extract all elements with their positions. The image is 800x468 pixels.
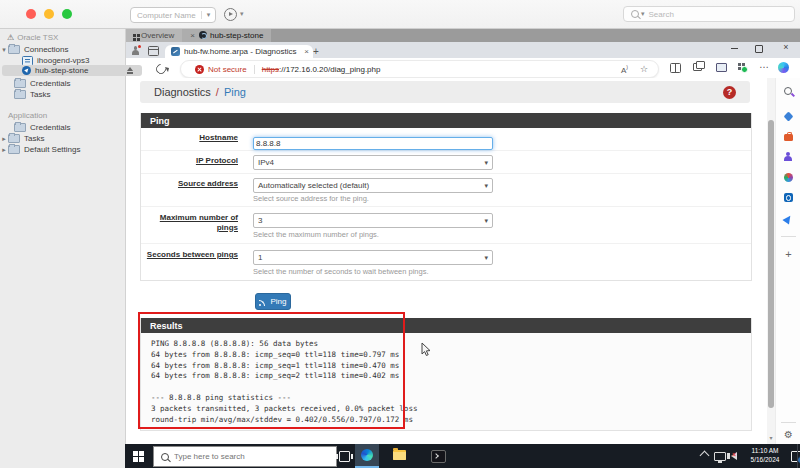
window-close-button[interactable]: × bbox=[779, 42, 793, 52]
output-line: 64 bytes from 8.8.8.8: icmp_seq=1 ttl=11… bbox=[151, 361, 751, 372]
sidebar-outlook-icon[interactable] bbox=[783, 192, 794, 203]
tray-show-hidden-icon[interactable] bbox=[700, 451, 710, 461]
close-icon[interactable]: × bbox=[190, 31, 195, 40]
source-address-select[interactable]: Automatically selected (default) ▾ bbox=[253, 178, 493, 193]
chevron-down-icon: ▾ bbox=[484, 217, 492, 225]
browser-profile-icon[interactable] bbox=[131, 46, 140, 55]
tree-item-label: ihoogend-vps3 bbox=[37, 56, 89, 65]
split-screen-icon[interactable] bbox=[670, 63, 681, 73]
results-title: Results bbox=[141, 318, 751, 333]
folder-icon bbox=[14, 90, 26, 99]
read-aloud-icon[interactable]: A) bbox=[621, 64, 628, 75]
taskbar-search-box[interactable] bbox=[153, 446, 337, 467]
tab-hub-step-stone[interactable]: × hub-step-stone bbox=[182, 28, 271, 42]
tab-actions-icon[interactable] bbox=[148, 46, 159, 56]
search-icon bbox=[161, 453, 169, 461]
workspaces-icon[interactable] bbox=[716, 63, 727, 72]
file-explorer-icon[interactable] bbox=[393, 450, 406, 460]
sidebar-tools-icon[interactable] bbox=[783, 131, 794, 142]
window-maximize-button[interactable] bbox=[755, 45, 763, 53]
window-minimize-light[interactable] bbox=[44, 9, 54, 19]
ping-button-label: Ping bbox=[270, 297, 286, 306]
tree-item-app-tasks[interactable]: ▸ Tasks bbox=[0, 133, 125, 144]
new-tab-button[interactable]: + bbox=[313, 46, 319, 57]
address-bar[interactable]: Not secure https ://172.16.0.20/diag_pin… bbox=[180, 60, 659, 78]
form-row-hostname: Hostname bbox=[141, 128, 751, 151]
tree-item-credentials[interactable]: Credentials bbox=[0, 78, 139, 89]
security-label[interactable]: Not secure bbox=[208, 65, 247, 74]
taskbar-search-input[interactable] bbox=[172, 451, 306, 462]
computer-name-dropdown[interactable]: Computer Name ▾ bbox=[130, 7, 216, 23]
sidebar-search-icon[interactable] bbox=[783, 86, 794, 97]
chevron-right-icon[interactable]: ▸ bbox=[0, 135, 8, 143]
sidebar-games-icon[interactable] bbox=[783, 172, 794, 183]
output-line: 64 bytes from 8.8.8.8: icmp_seq=0 ttl=11… bbox=[151, 350, 751, 361]
close-icon[interactable]: × bbox=[304, 47, 309, 56]
divider bbox=[781, 422, 796, 423]
taskbar-edge-app[interactable] bbox=[355, 444, 379, 468]
collections-icon[interactable] bbox=[693, 63, 702, 71]
chevron-down-icon[interactable]: ▾ bbox=[0, 46, 8, 54]
browser-tab-active[interactable]: hub-fw.home.arpa - Diagnostics × bbox=[165, 45, 313, 58]
seconds-between-select[interactable]: 1 ▾ bbox=[253, 250, 493, 265]
sidebar-settings-gear-icon[interactable]: ⚙ bbox=[783, 429, 794, 440]
favorite-star-icon[interactable]: ☆ bbox=[640, 64, 648, 74]
command-prompt-icon[interactable] bbox=[431, 450, 446, 463]
start-button[interactable] bbox=[133, 451, 138, 456]
sidebar-m365-icon[interactable] bbox=[783, 151, 794, 162]
web-connection-icon bbox=[22, 66, 31, 75]
task-view-icon[interactable] bbox=[339, 451, 350, 462]
tab-title: hub-fw.home.arpa - Diagnostics bbox=[184, 47, 301, 56]
remote-connection-icon bbox=[22, 56, 33, 66]
extensions-icon[interactable] bbox=[738, 63, 746, 71]
help-button[interactable]: ? bbox=[723, 86, 736, 99]
not-secure-icon[interactable] bbox=[195, 65, 204, 74]
window-zoom-light[interactable] bbox=[62, 9, 72, 19]
tree-item-default-settings[interactable]: ▸ Default Settings bbox=[0, 144, 125, 155]
volume-muted-icon[interactable] bbox=[731, 452, 737, 460]
tree-item-connections[interactable]: ▾ Connections bbox=[0, 44, 125, 55]
scrollbar-thumb[interactable] bbox=[768, 120, 774, 408]
max-pings-select[interactable]: 3 ▾ bbox=[253, 213, 493, 228]
sidebar-drop-icon[interactable] bbox=[783, 214, 794, 225]
broadcast-icon bbox=[259, 298, 267, 306]
chevron-right-icon[interactable]: ▸ bbox=[0, 146, 8, 154]
breadcrumb-section: Diagnostics bbox=[154, 86, 211, 98]
app-search-field[interactable]: ▾ Search bbox=[623, 6, 795, 22]
field-help-text: Select source address for the ping. bbox=[253, 194, 369, 203]
chevron-down-icon: ▾ bbox=[484, 254, 492, 262]
tab-overview[interactable]: Overview bbox=[125, 28, 182, 42]
reload-button[interactable] bbox=[154, 62, 168, 76]
ip-protocol-select[interactable]: IPv4 ▾ bbox=[253, 155, 493, 170]
breadcrumb-page-link[interactable]: Ping bbox=[224, 86, 246, 98]
chevron-down-icon[interactable]: ▾ bbox=[240, 10, 244, 18]
settings-more-icon[interactable]: … bbox=[759, 59, 769, 70]
results-panel: Results PING 8.8.8.8 (8.8.8.8): 56 data … bbox=[140, 318, 752, 431]
connect-play-button[interactable] bbox=[224, 8, 237, 21]
tree-item-hub-step-stone[interactable]: hub-step-stone bbox=[2, 65, 142, 76]
taskbar-clock[interactable]: 11:10 AM 5/16/2024 bbox=[745, 447, 785, 464]
tree-item-app-credentials[interactable]: Credentials bbox=[0, 122, 139, 133]
chevron-down-icon: ▾ bbox=[201, 11, 215, 19]
ping-button[interactable]: Ping bbox=[255, 293, 291, 310]
window-close-light[interactable] bbox=[26, 9, 36, 19]
hostname-input[interactable] bbox=[253, 137, 493, 150]
network-icon[interactable] bbox=[714, 452, 726, 461]
form-row-ip-protocol: IP Protocol IPv4 ▾ bbox=[141, 151, 751, 174]
page-scrollbar[interactable]: ▾ bbox=[767, 78, 775, 444]
panel-title: Ping bbox=[141, 113, 751, 128]
sidebar-shopping-icon[interactable] bbox=[783, 111, 794, 122]
window-minimize-button[interactable] bbox=[731, 48, 738, 49]
tree-item-tasks[interactable]: Tasks bbox=[0, 89, 139, 100]
field-label: Maximum number of pings bbox=[141, 213, 238, 232]
scrollbar-down-arrow[interactable]: ▾ bbox=[767, 434, 775, 441]
form-row-max-pings: Maximum number of pings 3 ▾ Select the m… bbox=[141, 207, 751, 244]
sidebar-add-button[interactable]: + bbox=[783, 248, 794, 259]
tree-item-label: Tasks bbox=[24, 134, 44, 143]
search-placeholder: Search bbox=[649, 10, 674, 19]
disconnect-eject-icon[interactable] bbox=[126, 67, 134, 75]
overview-grid-icon bbox=[133, 34, 136, 37]
chevron-down-icon: ▾ bbox=[484, 159, 492, 167]
document-title-row[interactable]: ⚠ Oracle TSX bbox=[0, 32, 125, 43]
copilot-icon[interactable] bbox=[778, 62, 789, 73]
